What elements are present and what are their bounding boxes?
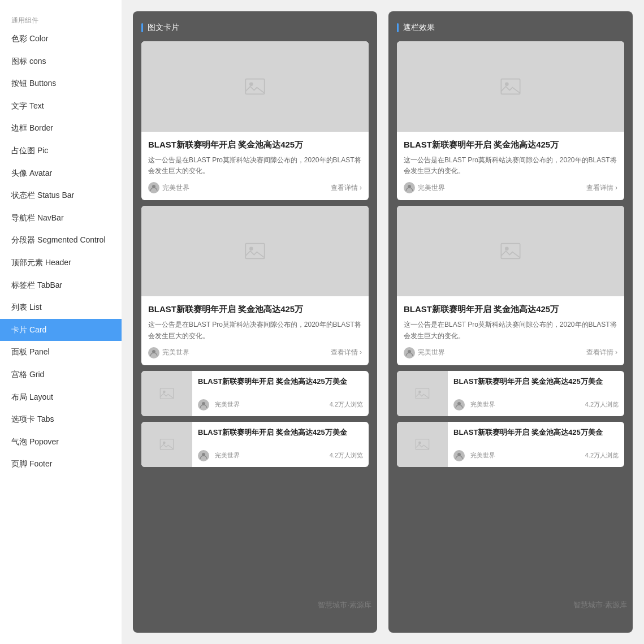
card-large-1-link[interactable]: 查看详情 ›	[331, 183, 362, 193]
card-small-4-image	[397, 422, 448, 467]
card-small-1: BLAST新联赛明年开启 奖金池高达425万美金 完美世界 4.2万人浏览	[141, 371, 369, 416]
card-large-1-author: 完美世界	[148, 182, 189, 193]
card-large-1-title: BLAST新联赛明年开启 奖金池高达425万	[148, 139, 362, 150]
sidebar-item-avatar[interactable]: 头像 Avatar	[0, 162, 122, 185]
image-placeholder-icon-sm2	[159, 436, 175, 452]
card-small-3-image	[397, 371, 448, 416]
card-large-2-link[interactable]: 查看详情 ›	[331, 348, 362, 357]
watermark-left: 智慧城市·素源库	[318, 600, 371, 610]
sidebar-item-tabs[interactable]: 选项卡 Tabs	[0, 408, 122, 431]
svg-point-10	[163, 442, 166, 444]
card-small-4-body: BLAST新联赛明年开启 奖金池高达425万美金 完美世界 4.2万人浏览	[448, 422, 624, 467]
card-large-2-footer: 完美世界 查看详情 ›	[148, 347, 362, 358]
card-large-1-desc: 这一公告是在BLAST Pro莫斯科站决赛间隙公布的，2020年的BLAST将会…	[148, 155, 362, 176]
image-placeholder-icon-sm1	[159, 386, 175, 401]
sidebar-item-pic[interactable]: 占位图 Pic	[0, 140, 122, 162]
card-small-2-footer: 完美世界 4.2万人浏览	[198, 450, 363, 461]
card-small-2-title: BLAST新联赛明年开启 奖金池高达425万美金	[198, 427, 363, 438]
svg-point-22	[418, 442, 421, 444]
main-content: 图文卡片 BLAST新联赛明年开启 奖金池高达425万 这一公告是在B	[122, 0, 644, 644]
card-small-1-footer: 完美世界 4.2万人浏览	[198, 399, 363, 410]
panel-right: 遮栏效果 BLAST新联赛明年开启 奖金池高达425万 这一公告是在B	[388, 11, 633, 633]
views-sm1: 4.2万人浏览	[330, 400, 363, 409]
card-large-4-link[interactable]: 查看详情 ›	[586, 348, 617, 357]
card-large-4-body: BLAST新联赛明年开启 奖金池高达425万 这一公告是在BLAST Pro莫斯…	[397, 296, 624, 365]
sidebar-item-statusbar[interactable]: 状态栏 Status Bar	[0, 184, 122, 207]
card-large-2-author: 完美世界	[148, 347, 189, 358]
author-name-2: 完美世界	[162, 348, 189, 357]
sidebar-item-header[interactable]: 顶部元素 Header	[0, 252, 122, 274]
svg-rect-12	[501, 79, 520, 94]
sidebar-section-label: 通用组件	[0, 11, 122, 28]
sidebar-item-text[interactable]: 文字 Text	[0, 95, 122, 118]
card-large-1-body: BLAST新联赛明年开启 奖金池高达425万 这一公告是在BLAST Pro莫斯…	[141, 132, 369, 200]
author-name-3: 完美世界	[418, 183, 445, 193]
card-large-2: BLAST新联赛明年开启 奖金池高达425万 这一公告是在BLAST Pro莫斯…	[141, 206, 369, 365]
sidebar: 通用组件 色彩 Color 图标 cons 按钮 Buttons 文字 Text…	[0, 0, 122, 644]
panel-right-title-text: 遮栏效果	[403, 23, 435, 33]
card-small-4-title: BLAST新联赛明年开启 奖金池高达425万美金	[453, 427, 619, 438]
card-large-4-image	[397, 206, 624, 296]
card-small-2: BLAST新联赛明年开启 奖金池高达425万美金 完美世界 4.2万人浏览	[141, 422, 369, 467]
card-small-2-body: BLAST新联赛明年开启 奖金池高达425万美金 完美世界 4.2万人浏览	[192, 422, 369, 467]
card-large-3-title: BLAST新联赛明年开启 奖金池高达425万	[404, 139, 617, 150]
card-small-1-body: BLAST新联赛明年开启 奖金池高达425万美金 完美世界 4.2万人浏览	[192, 371, 369, 416]
panel-title-bar-right	[397, 23, 399, 32]
views-sm4: 4.2万人浏览	[585, 451, 619, 460]
sidebar-item-panel[interactable]: 面板 Panel	[0, 341, 122, 364]
sidebar-item-layout[interactable]: 布局 Layout	[0, 386, 122, 409]
card-large-1-image	[141, 41, 369, 132]
sidebar-item-color[interactable]: 色彩 Color	[0, 28, 122, 50]
views-sm3: 4.2万人浏览	[585, 400, 619, 409]
views-sm2: 4.2万人浏览	[330, 451, 363, 460]
panel-title-bar-left	[141, 23, 143, 32]
svg-rect-15	[501, 244, 520, 259]
sidebar-item-border[interactable]: 边框 Border	[0, 117, 122, 140]
card-large-2-image	[141, 206, 369, 296]
card-small-4: BLAST新联赛明年开启 奖金池高达425万美金 完美世界 4.2万人浏览	[397, 422, 624, 467]
sidebar-item-tabbar[interactable]: 标签栏 TabBar	[0, 274, 122, 297]
card-small-3: BLAST新联赛明年开启 奖金池高达425万美金 完美世界 4.2万人浏览	[397, 371, 624, 416]
sidebar-item-list[interactable]: 列表 List	[0, 296, 122, 319]
card-large-4-desc: 这一公告是在BLAST Pro莫斯科站决赛间隙公布的，2020年的BLAST将会…	[404, 319, 617, 341]
avatar-1	[148, 182, 159, 193]
avatar-sm4	[453, 450, 465, 461]
avatar-2	[148, 347, 159, 358]
sidebar-item-segmented[interactable]: 分段器 Segmented Control	[0, 229, 122, 252]
svg-rect-6	[160, 388, 173, 399]
watermark-right: 智慧城市·素源库	[573, 600, 627, 610]
card-large-2-desc: 这一公告是在BLAST Pro莫斯科站决赛间隙公布的，2020年的BLAST将会…	[148, 319, 362, 341]
panel-right-cards: BLAST新联赛明年开启 奖金池高达425万 这一公告是在BLAST Pro莫斯…	[397, 41, 624, 467]
svg-point-19	[418, 391, 421, 394]
sidebar-item-popover[interactable]: 气泡 Popover	[0, 431, 122, 453]
avatar-sm3	[453, 399, 465, 410]
avatar-sm2	[198, 450, 209, 461]
image-placeholder-icon-4	[499, 240, 522, 262]
panel-left-title-text: 图文卡片	[148, 23, 179, 33]
card-large-1: BLAST新联赛明年开启 奖金池高达425万 这一公告是在BLAST Pro莫斯…	[141, 41, 369, 200]
panel-left-cards: BLAST新联赛明年开启 奖金池高达425万 这一公告是在BLAST Pro莫斯…	[141, 41, 369, 467]
image-placeholder-icon-sm3	[414, 386, 430, 401]
author-name-4: 完美世界	[418, 348, 445, 357]
svg-point-4	[249, 247, 253, 251]
svg-rect-3	[245, 244, 264, 259]
card-small-2-image	[141, 422, 192, 467]
sidebar-item-button[interactable]: 按钮 Buttons	[0, 72, 122, 95]
card-large-3-image	[397, 41, 624, 132]
card-large-3-author: 完美世界	[404, 182, 445, 193]
sidebar-item-navbar[interactable]: 导航栏 NavBar	[0, 207, 122, 230]
sidebar-item-footer[interactable]: 页脚 Footer	[0, 453, 122, 476]
svg-rect-21	[416, 439, 429, 449]
author-sm3: 完美世界	[470, 400, 495, 409]
sidebar-item-grid[interactable]: 宫格 Grid	[0, 364, 122, 386]
svg-rect-18	[416, 388, 429, 399]
author-sm1: 完美世界	[215, 400, 240, 409]
image-placeholder-icon-sm4	[414, 436, 430, 452]
card-small-1-image	[141, 371, 192, 416]
sidebar-item-icon[interactable]: 图标 cons	[0, 50, 122, 73]
card-large-2-body: BLAST新联赛明年开启 奖金池高达425万 这一公告是在BLAST Pro莫斯…	[141, 296, 369, 365]
svg-point-1	[249, 83, 253, 87]
svg-point-16	[505, 247, 509, 251]
sidebar-item-card[interactable]: 卡片 Card	[0, 319, 122, 342]
card-large-3-link[interactable]: 查看详情 ›	[586, 183, 617, 193]
